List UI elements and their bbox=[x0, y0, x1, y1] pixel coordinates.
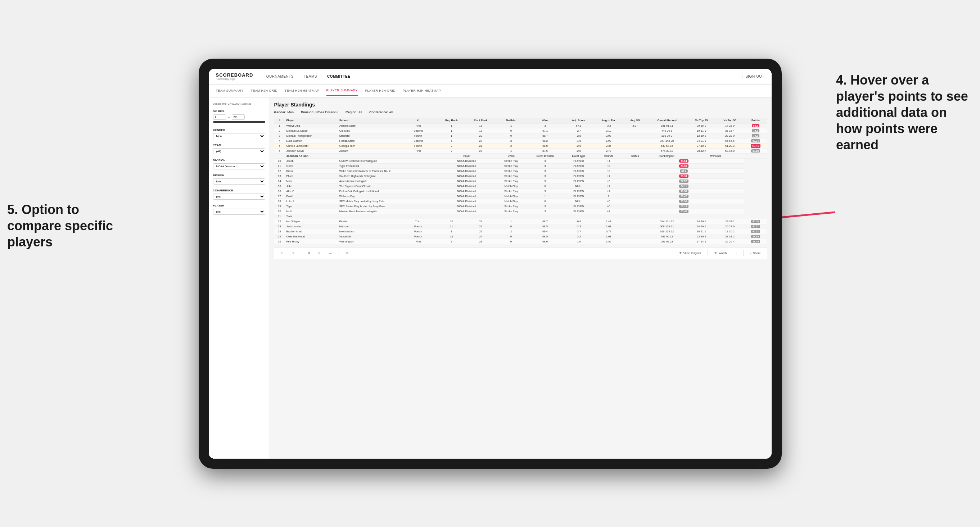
division-select[interactable]: NCAA Division I bbox=[213, 163, 265, 170]
tooltip-row: 11 Gordi Tiger Invitational NCAA Divisio… bbox=[274, 163, 767, 168]
points-badge[interactable]: 56.18 bbox=[679, 205, 689, 208]
gender-select[interactable]: Men bbox=[213, 133, 265, 139]
toolbar-bottom: ↩ ↪ ⧉ ⎘ —· ⏱ 👁 View: Original 👁 bbox=[274, 247, 767, 259]
sub-nav-player-h2h-grid[interactable]: PLAYER H2H GRID bbox=[365, 86, 396, 95]
filter-division: Division: NCAA Division I bbox=[301, 110, 338, 114]
logo: SCOREBOARD Powered by clippi bbox=[216, 72, 253, 80]
col-school: School bbox=[338, 117, 399, 124]
table-row: 3 Michael Thorbjornsen Stanford Fourth 1… bbox=[274, 133, 767, 138]
sub-nav-player-summary[interactable]: PLAYER SUMMARY bbox=[326, 86, 358, 96]
undo-button[interactable]: ↩ bbox=[278, 251, 285, 256]
download-button[interactable]: ↓ bbox=[733, 251, 739, 256]
tooltip-row: 10 Jacob UNCW Seahawk Intercollegiate NC… bbox=[274, 158, 767, 163]
sidebar-year: Year (All) bbox=[213, 143, 265, 154]
timer-button[interactable]: ⏱ bbox=[344, 251, 351, 256]
table-row: 22 Ian Gilligan Florida Third 10 24 1 68… bbox=[274, 219, 767, 224]
watch-button[interactable]: 👁 Watch bbox=[712, 251, 729, 256]
table-row: 23 Jack Lundin Missouri Fourth 11 24 0 6… bbox=[274, 224, 767, 229]
view-icon: 👁 bbox=[679, 251, 682, 255]
no-rds-slider[interactable] bbox=[213, 121, 265, 123]
toolbar-sep-2 bbox=[339, 250, 339, 256]
region-label: Region bbox=[213, 174, 265, 177]
sign-out-link[interactable]: Sign out bbox=[745, 74, 764, 79]
points-badge[interactable]: 53.64 bbox=[679, 159, 689, 163]
no-rds-to-input[interactable] bbox=[232, 114, 245, 120]
paste-button[interactable]: ⎘ bbox=[317, 251, 323, 256]
points-badge[interactable]: 58.18 bbox=[751, 149, 760, 152]
main-content: Update time: 27/01/2024 16:56:26 No Rds.… bbox=[209, 97, 772, 459]
annotation-right: 4. Hover over a player's points to see a… bbox=[836, 72, 973, 153]
sidebar-conference: Conference (All) bbox=[213, 189, 265, 200]
nav-links: TOURNAMENTS TEAMS COMMITTEE bbox=[264, 74, 741, 79]
points-badge[interactable]: 38.49 bbox=[751, 240, 760, 243]
redo-button[interactable]: ↪ bbox=[290, 251, 297, 256]
logo-sub: Powered by clippi bbox=[216, 78, 253, 80]
nav-tournaments[interactable]: TOURNAMENTS bbox=[264, 74, 294, 79]
tooltip-row: 16 Alex C Fallen Oak Collegiate Invitati… bbox=[274, 189, 767, 194]
sidebar-update-time: Update time: 27/01/2024 16:56:26 bbox=[213, 102, 265, 106]
points-badge[interactable]: 24.11 bbox=[679, 184, 689, 188]
filter-conference: Conference: All bbox=[369, 110, 393, 114]
points-badge[interactable]: 53.60 bbox=[679, 164, 689, 168]
points-badge[interactable]: 65.40 bbox=[679, 210, 689, 213]
logo-text: SCOREBOARD bbox=[216, 72, 253, 78]
sub-nav-team-h2h-heatmap[interactable]: TEAM H2H HEATMAP bbox=[285, 86, 319, 95]
no-rds-from-input[interactable] bbox=[213, 114, 226, 120]
points-badge[interactable]: 70.2 bbox=[752, 134, 760, 137]
points-badge[interactable]: 40.02 bbox=[751, 230, 760, 233]
nav-committee[interactable]: COMMITTEE bbox=[327, 74, 350, 79]
view-original-label: View: Original bbox=[683, 251, 701, 255]
points-badge[interactable]: 46.7 bbox=[680, 170, 688, 173]
copy-button[interactable]: ⧉ bbox=[305, 250, 312, 256]
points-badge[interactable]: 73.33 bbox=[679, 175, 689, 178]
sidebar: Update time: 27/01/2024 16:56:26 No Rds.… bbox=[209, 97, 270, 459]
gender-label: Gender bbox=[213, 129, 265, 132]
table-row: 1 Wenyi Ding Arizona State First 1 15 1 … bbox=[274, 123, 767, 128]
points-badge[interactable]: 40.58 bbox=[751, 220, 760, 223]
share-button[interactable]: ⤴ Share bbox=[748, 251, 763, 256]
update-time-label: Update time: bbox=[213, 103, 228, 105]
table-row: 6 Jackson Koivu Auburn First 2 27 1 87.5… bbox=[274, 148, 767, 153]
col-to-par: Avg to Par bbox=[593, 117, 623, 124]
filter-region: Region: All bbox=[345, 110, 362, 114]
sub-nav-player-h2h-heatmap[interactable]: PLAYER H2H HEATMAP bbox=[403, 86, 441, 95]
nav-separator: | bbox=[742, 75, 743, 78]
view-original-button[interactable]: 👁 View: Original bbox=[677, 251, 703, 256]
col-points: Points bbox=[744, 117, 767, 124]
points-badge[interactable]: 79.3 bbox=[752, 129, 760, 132]
conference-select[interactable]: (All) bbox=[213, 194, 265, 200]
points-badge[interactable]: 37.57 bbox=[679, 179, 689, 183]
tooltip-row: 17 David Williams Cup NCAA Division I Ma… bbox=[274, 194, 767, 198]
region-select[interactable]: N/A bbox=[213, 178, 265, 184]
points-badge[interactable]: 25.90 bbox=[679, 200, 689, 203]
col-overall: Overall Record bbox=[647, 117, 687, 124]
sub-nav-team-h2h-grid[interactable]: TEAM H2H GRID bbox=[250, 86, 277, 95]
dash-button[interactable]: —· bbox=[327, 251, 335, 256]
col-wins: Wins bbox=[527, 117, 564, 124]
col-vs25: Vs Top 25 bbox=[687, 117, 716, 124]
table-row: 21 Terhi bbox=[274, 214, 767, 219]
sidebar-no-rds: No Rds. – bbox=[213, 110, 265, 124]
division-label: Division bbox=[213, 159, 265, 162]
points-badge[interactable]: 19.50 bbox=[679, 190, 689, 193]
sidebar-region: Region N/A bbox=[213, 174, 265, 184]
points-badge[interactable]: 40.27 bbox=[751, 225, 760, 228]
points-badge[interactable]: 30.47 bbox=[679, 195, 689, 198]
no-rds-separator: – bbox=[228, 116, 230, 119]
points-highlighted[interactable]: 60.49 bbox=[751, 144, 760, 148]
player-select[interactable]: (All) bbox=[213, 209, 265, 215]
col-num: # bbox=[274, 117, 285, 124]
table-area: Player Standings Gender: Men Division: N… bbox=[270, 97, 772, 459]
points-badge[interactable]: 68.34 bbox=[751, 139, 760, 143]
no-rds-label: No Rds. bbox=[213, 110, 265, 113]
sidebar-gender: Gender Men bbox=[213, 129, 265, 139]
col-player: Player bbox=[285, 117, 338, 124]
points-badge[interactable]: 88.2 bbox=[752, 124, 760, 127]
sub-nav-team-summary[interactable]: TEAM SUMMARY bbox=[216, 86, 243, 95]
points-badge[interactable]: 39.95 bbox=[751, 235, 760, 238]
table-title: Player Standings bbox=[274, 102, 767, 108]
col-yr: Yr bbox=[399, 117, 437, 124]
col-conf-rank: Conf Rank bbox=[466, 117, 496, 124]
year-select[interactable]: (All) bbox=[213, 148, 265, 154]
nav-teams[interactable]: TEAMS bbox=[304, 74, 317, 79]
